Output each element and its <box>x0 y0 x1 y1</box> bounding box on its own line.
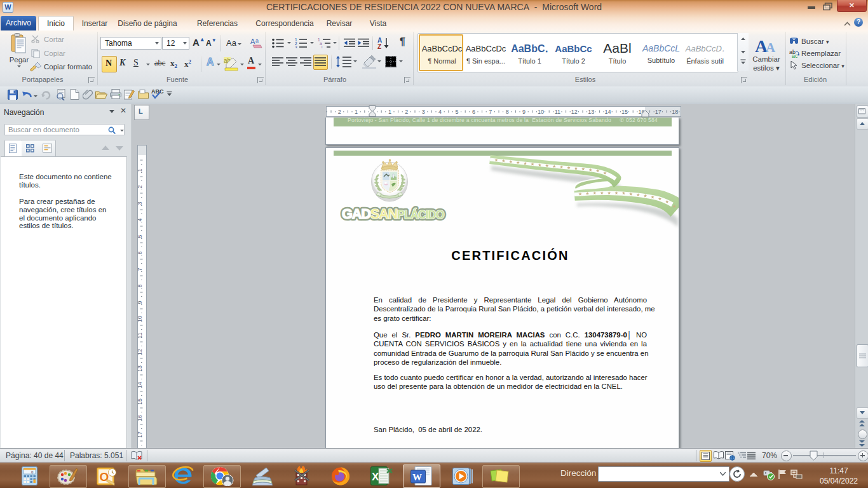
svg-text:7: 7 <box>137 268 143 271</box>
svg-text:Z: Z <box>377 43 381 49</box>
svg-text:2: 2 <box>338 109 341 115</box>
svg-text:8: 8 <box>506 109 509 115</box>
svg-text:3: 3 <box>295 45 297 48</box>
svg-text:7: 7 <box>489 109 492 115</box>
svg-text:4: 4 <box>438 109 442 115</box>
svg-text:12: 12 <box>571 109 578 115</box>
svg-text:6: 6 <box>472 109 475 115</box>
svg-text:4: 4 <box>137 218 143 221</box>
svg-text:9: 9 <box>522 109 526 115</box>
svg-text:5: 5 <box>137 234 143 238</box>
svg-text:16: 16 <box>137 415 143 421</box>
svg-text:X: X <box>372 471 379 483</box>
svg-text:9: 9 <box>137 301 143 304</box>
svg-text:1: 1 <box>355 109 358 115</box>
svg-text:13: 13 <box>588 109 594 115</box>
svg-text:11: 11 <box>137 332 143 338</box>
svg-text:A: A <box>250 37 255 45</box>
svg-text:3: 3 <box>137 201 143 205</box>
svg-text:ac: ac <box>792 53 798 58</box>
svg-text:GADSANPLÁCIDO: GADSANPLÁCIDO <box>342 206 444 222</box>
svg-text:15: 15 <box>621 109 628 115</box>
svg-text:5: 5 <box>455 109 458 115</box>
svg-text:18: 18 <box>672 109 678 115</box>
svg-text:15: 15 <box>137 398 143 405</box>
svg-text:8: 8 <box>137 284 143 287</box>
svg-text:1: 1 <box>137 168 143 172</box>
svg-text:i: i <box>322 45 322 48</box>
svg-text:1: 1 <box>388 109 391 115</box>
svg-text:W: W <box>412 472 422 482</box>
svg-text:13: 13 <box>137 365 143 372</box>
svg-text:12: 12 <box>137 349 143 355</box>
svg-text:6: 6 <box>137 251 143 254</box>
svg-text:11: 11 <box>555 109 560 115</box>
svg-text:17: 17 <box>655 109 661 115</box>
svg-text:a: a <box>255 37 259 44</box>
svg-text:2: 2 <box>405 109 408 115</box>
svg-text:ABC: ABC <box>151 88 164 95</box>
svg-text:3: 3 <box>422 109 425 115</box>
svg-text:14: 14 <box>137 382 143 388</box>
svg-text:10: 10 <box>137 316 143 322</box>
svg-text:14: 14 <box>605 109 611 115</box>
svg-text:2: 2 <box>137 185 143 188</box>
svg-text:10: 10 <box>538 109 544 115</box>
svg-text:17: 17 <box>137 431 143 438</box>
svg-text:A: A <box>766 40 776 55</box>
